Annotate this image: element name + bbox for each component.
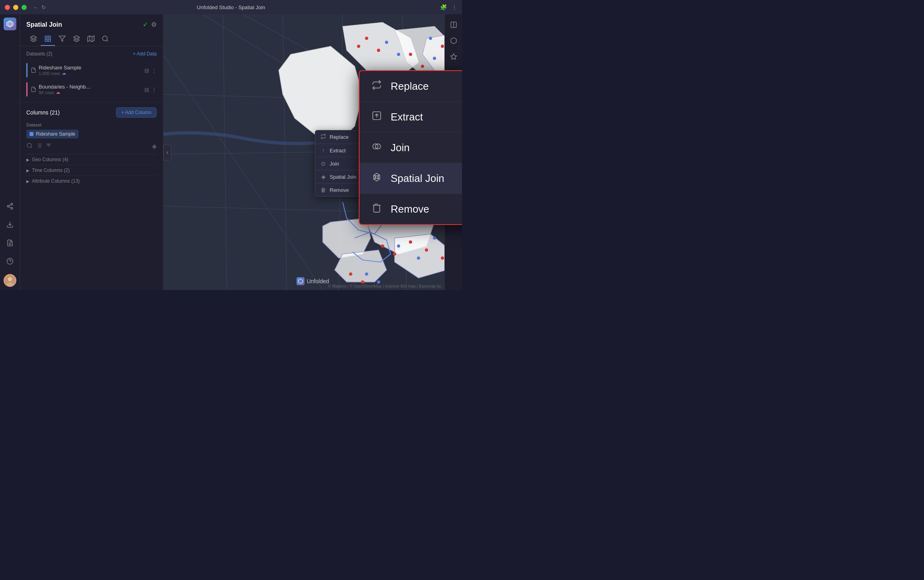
svg-marker-1 (8, 22, 12, 26)
sort-icon[interactable] (45, 142, 52, 150)
table-view-icon-2[interactable]: ▤ (144, 87, 149, 93)
svg-point-77 (417, 256, 420, 260)
svg-rect-18 (49, 39, 51, 41)
svg-point-60 (409, 53, 412, 56)
more-options-icon[interactable]: ⋮ (151, 67, 157, 73)
chip-color (29, 132, 33, 136)
replace-icon (320, 134, 326, 140)
large-ctx-extract[interactable]: Extract (360, 102, 462, 132)
geo-columns-header[interactable]: ▶ Geo Columns (4) (26, 157, 157, 162)
list-view-icon[interactable] (36, 142, 42, 150)
user-avatar[interactable] (4, 274, 16, 287)
cloud-icon: ☁ (62, 71, 66, 76)
attribute-columns-header[interactable]: ▶ Attribute Columns (13) (26, 178, 157, 184)
svg-point-66 (409, 241, 412, 244)
3d-view-icon[interactable] (446, 34, 461, 48)
split-view-icon[interactable] (446, 18, 461, 32)
share-icon[interactable] (2, 198, 18, 214)
svg-line-25 (106, 40, 108, 41)
svg-marker-55 (335, 250, 387, 282)
reload-button[interactable]: ↻ (41, 4, 46, 10)
column-filter-row: ◈ (26, 142, 157, 150)
dataset-actions-boundaries[interactable]: ▤ ⋮ (144, 87, 157, 93)
more-options-icon-2[interactable]: ⋮ (151, 87, 157, 93)
add-data-button[interactable]: + Add Data (133, 51, 157, 57)
dataset-item-rideshare: Rideshare Sample 1,000 rows ☁ ▤ ⋮ (26, 61, 157, 80)
svg-line-5 (9, 207, 11, 208)
dataset-chip[interactable]: Rideshare Sample (26, 130, 79, 138)
large-ctx-remove[interactable]: Remove (360, 194, 462, 224)
unfolded-logo: Unfolded (296, 277, 329, 285)
geo-chevron-icon: ▶ (26, 158, 29, 162)
help-icon[interactable] (2, 253, 18, 269)
svg-point-72 (397, 53, 400, 56)
dataset-color-bar-pink (26, 82, 28, 97)
draw-icon[interactable] (446, 49, 461, 64)
minimize-button[interactable] (13, 5, 18, 10)
svg-point-4 (11, 207, 13, 209)
panel-header-icons: ✓ ⚙ (143, 21, 157, 28)
svg-point-89 (375, 176, 378, 179)
svg-point-93 (378, 178, 379, 179)
svg-point-91 (378, 176, 379, 176)
svg-point-81 (377, 280, 380, 284)
map-area[interactable]: ‹ Replace ↑ Extract (163, 14, 462, 290)
window-title: Unfolded Studio - Spatial Join (197, 4, 265, 10)
large-ctx-spatial-join[interactable]: Spatial Join (360, 163, 462, 194)
svg-point-76 (397, 245, 400, 248)
maximize-button[interactable] (22, 5, 27, 10)
app-logo[interactable] (4, 18, 16, 30)
add-column-button[interactable]: + Add Column (116, 107, 157, 118)
table-view-icon[interactable]: ▤ (144, 67, 149, 73)
docs-icon[interactable] (2, 235, 18, 251)
map-attribution: © Mapbox | © OpenStreetMap | Improve thi… (328, 284, 442, 288)
export-icon[interactable] (2, 217, 18, 233)
tab-search[interactable] (98, 32, 112, 46)
column-geo-icon[interactable]: ◈ (152, 142, 157, 150)
main-layout: Spatial Join ✓ ⚙ (0, 14, 462, 290)
svg-marker-21 (88, 36, 94, 42)
tab-filter[interactable] (55, 32, 69, 46)
svg-point-64 (381, 245, 384, 248)
large-replace-icon (371, 80, 383, 93)
dataset-actions[interactable]: ▤ ⋮ (144, 67, 157, 73)
unfolded-logo-icon (296, 277, 304, 285)
large-join-icon (371, 141, 383, 154)
dataset-info-boundaries: Boundaries - Neighb... 98 rows ☁ (39, 84, 144, 95)
collapse-panel-button[interactable]: ‹ (163, 144, 171, 160)
svg-point-70 (361, 280, 364, 284)
large-ctx-replace[interactable]: Replace (360, 71, 462, 102)
time-chevron-icon: ▶ (26, 168, 29, 173)
back-button[interactable]: ← (33, 4, 38, 10)
large-ctx-join[interactable]: Join (360, 132, 462, 163)
svg-point-73 (429, 37, 432, 40)
svg-point-58 (365, 37, 368, 40)
svg-line-27 (31, 147, 32, 148)
svg-point-80 (365, 272, 368, 276)
titlebar: ← ↻ Unfolded Studio - Spatial Join 🧩 ⋮ (0, 0, 462, 14)
tab-data[interactable] (41, 32, 55, 46)
dataset-rows-boundaries: 98 rows ☁ (39, 90, 144, 95)
svg-marker-88 (374, 173, 379, 181)
status-check-icon: ✓ (143, 21, 148, 28)
dataset-rows: 1,000 rows ☁ (39, 71, 144, 76)
tab-analytics[interactable] (69, 32, 84, 46)
svg-point-90 (375, 176, 375, 176)
large-context-menu: Replace Extract (359, 70, 462, 225)
cloud-icon-pink: ☁ (56, 90, 60, 95)
close-button[interactable] (5, 5, 10, 10)
svg-rect-16 (45, 36, 47, 38)
tab-map[interactable] (84, 32, 98, 46)
columns-title: Columns (21) (26, 109, 60, 116)
svg-marker-107 (298, 279, 303, 283)
time-columns-group: ▶ Time Columns (2) (26, 165, 157, 176)
time-columns-header[interactable]: ▶ Time Columns (2) (26, 168, 157, 173)
attribute-columns-group: ▶ Attribute Columns (13) (26, 176, 157, 186)
more-icon[interactable]: ⋮ (452, 4, 457, 10)
search-columns-icon[interactable] (26, 142, 33, 150)
svg-point-59 (377, 49, 380, 52)
tab-layers[interactable] (26, 32, 41, 46)
extension-icon[interactable]: 🧩 (440, 4, 447, 10)
settings-icon[interactable]: ⚙ (151, 21, 157, 28)
svg-marker-15 (31, 36, 37, 39)
